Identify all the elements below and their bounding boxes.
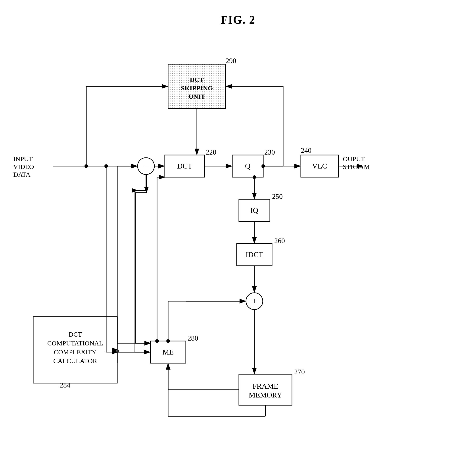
svg-text:VIDEO: VIDEO — [13, 163, 34, 170]
label-250: 250 — [272, 192, 283, 200]
svg-point-66 — [155, 339, 159, 343]
svg-text:CALCULATOR: CALCULATOR — [53, 357, 97, 364]
diagram-container: DCT SKIPPING UNIT 290 DCT 220 Q 230 VLC … — [0, 36, 476, 470]
svg-text:MEMORY: MEMORY — [249, 391, 282, 399]
svg-point-26 — [85, 164, 88, 168]
svg-text:+: + — [252, 297, 256, 306]
label-230: 230 — [264, 148, 275, 156]
label-280: 280 — [187, 334, 198, 342]
label-260: 260 — [274, 237, 285, 245]
svg-text:SKIPPING: SKIPPING — [181, 84, 213, 92]
label-290: 290 — [226, 57, 236, 65]
label-270: 270 — [294, 368, 305, 376]
svg-text:DCT: DCT — [190, 76, 204, 83]
svg-text:UNIT: UNIT — [188, 93, 205, 100]
svg-point-35 — [253, 175, 256, 179]
svg-text:DATA: DATA — [13, 171, 31, 178]
label-284: 284 — [60, 381, 70, 389]
input-label: INPUT — [13, 155, 33, 163]
svg-text:COMPLEXITY: COMPLEXITY — [54, 348, 96, 356]
label-240: 240 — [301, 146, 311, 154]
page-title: FIG. 2 — [0, 0, 476, 26]
svg-point-29 — [104, 164, 108, 168]
svg-text:FRAME: FRAME — [252, 382, 278, 390]
output-label: OUPUT — [343, 155, 365, 163]
svg-text:DCT: DCT — [177, 162, 192, 170]
svg-text:IDCT: IDCT — [246, 251, 263, 259]
svg-text:DCT: DCT — [68, 331, 82, 338]
svg-text:IQ: IQ — [250, 206, 258, 214]
svg-text:Q: Q — [245, 162, 251, 170]
svg-text:VLC: VLC — [312, 162, 327, 170]
label-220: 220 — [206, 148, 216, 156]
svg-text:STREAM: STREAM — [343, 163, 370, 170]
svg-point-54 — [166, 339, 170, 343]
svg-text:−: − — [144, 162, 148, 170]
svg-text:COMPUTATIONAL: COMPUTATIONAL — [47, 340, 103, 347]
svg-text:ME: ME — [163, 348, 174, 356]
svg-point-50 — [261, 164, 265, 168]
